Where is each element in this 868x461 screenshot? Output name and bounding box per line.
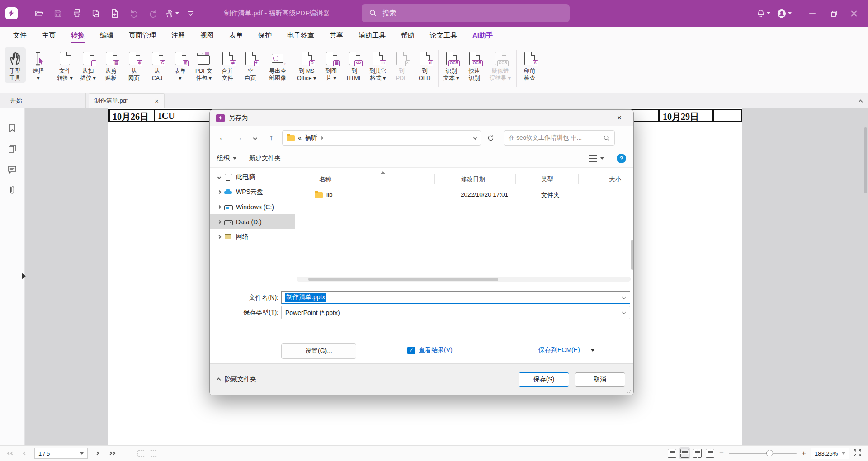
column-header-name[interactable]: 名称	[319, 175, 331, 183]
ribbon-tool[interactable]: ⇄ 合并 文件	[217, 47, 238, 83]
ribbon-tool[interactable]: – 从扫 描仪 ▾	[77, 47, 99, 83]
page-dropdown-caret[interactable]	[80, 452, 84, 455]
hand-tool-dropdown-caret[interactable]	[175, 12, 179, 14]
zoom-dropdown-caret[interactable]	[842, 452, 845, 455]
facing-continuous-view-icon[interactable]	[706, 449, 714, 458]
ribbon-tool[interactable]: </> 到 HTML	[344, 47, 365, 83]
zoom-level-box[interactable]: 183.25%	[811, 448, 849, 459]
tree-item[interactable]: 网络	[210, 229, 295, 244]
menu-item[interactable]: 视图	[193, 27, 222, 44]
ribbon-tool[interactable]: ⊕ 从 网页	[123, 47, 145, 83]
ribbon-tool[interactable]: O 到 MS Office ▾	[294, 47, 319, 83]
restore-button[interactable]	[824, 5, 843, 22]
fullscreen-button[interactable]	[853, 448, 862, 458]
dialog-titlebar[interactable]: 另存为 ×	[210, 110, 633, 126]
ribbon-tool[interactable]: 文件 转换 ▾	[54, 47, 75, 83]
tab-close-icon[interactable]: ×	[155, 98, 159, 104]
notifications-dropdown-caret[interactable]	[767, 12, 770, 14]
cancel-button[interactable]: 取消	[575, 372, 625, 387]
ribbon-tool[interactable]: OCR 识别 文本 ▾	[441, 47, 462, 83]
zoom-in-button[interactable]: +	[801, 449, 807, 458]
clipboard-frame-icon[interactable]	[150, 450, 157, 457]
menu-item[interactable]: 页面管理	[121, 27, 164, 44]
ribbon-tool[interactable]: OCR 疑似错 误结果 ▾	[487, 47, 514, 83]
undo-button[interactable]	[126, 5, 142, 22]
tree-chevron-icon[interactable]	[217, 205, 221, 208]
attachments-panel-icon[interactable]	[7, 185, 17, 195]
tab-document-active[interactable]: 制作清单.pdf ×	[89, 93, 165, 108]
tree-scrollbar-thumb[interactable]	[631, 240, 633, 270]
menu-item[interactable]: 转换	[63, 27, 92, 44]
facing-view-icon[interactable]	[693, 449, 702, 458]
minimize-button[interactable]	[803, 5, 822, 22]
ribbon-tool[interactable]: 选择 ▾	[28, 47, 49, 83]
settings-button[interactable]: 设置(G)...	[281, 343, 356, 359]
global-search-box[interactable]: 搜索	[362, 4, 570, 22]
tree-item[interactable]: 此电脑	[210, 169, 295, 184]
tree-item[interactable]: WPS云盘	[210, 184, 295, 199]
vertical-scrollbar-thumb[interactable]	[864, 127, 867, 193]
help-button[interactable]: ?	[617, 154, 626, 163]
menu-item[interactable]: 文件	[5, 27, 34, 44]
dialog-close-button[interactable]: ×	[612, 112, 627, 124]
ribbon-tool[interactable]: ⊞ 表单 ▾	[170, 47, 191, 83]
view-result-option[interactable]: ✓ 查看结果(V)	[407, 346, 453, 354]
menu-item[interactable]: 编辑	[92, 27, 121, 44]
ribbon-tool[interactable]: A 印前 检查	[519, 47, 540, 83]
ribbon-tool[interactable]: 手型 工具	[5, 47, 26, 83]
tree-item[interactable]: Data (D:)	[210, 214, 295, 229]
save-button[interactable]	[50, 5, 66, 22]
close-button[interactable]	[844, 5, 863, 22]
account-dropdown-caret[interactable]	[788, 12, 792, 14]
organize-menu[interactable]: 组织	[217, 155, 236, 163]
ribbon-tool[interactable]: × 到 PDF	[391, 47, 412, 83]
print-button[interactable]	[69, 5, 85, 22]
hide-folders-button[interactable]: 隐藏文件夹	[217, 376, 256, 384]
tab-start[interactable]: 开始	[0, 93, 86, 108]
menu-item[interactable]: 辅助工具	[351, 27, 393, 44]
panel-expand-arrow[interactable]	[22, 273, 26, 279]
nav-recent-locations-caret[interactable]	[248, 131, 262, 145]
snapshot-icon[interactable]	[137, 450, 145, 457]
customize-toolbar-button[interactable]	[183, 5, 199, 22]
breadcrumb-folder[interactable]: 福昕	[305, 134, 317, 142]
menu-item[interactable]: 电子签章	[279, 27, 322, 44]
insert-page-button[interactable]	[107, 5, 123, 22]
ribbon-tool[interactable]: ▤ 从剪 贴板	[100, 47, 122, 83]
horizontal-scrollbar-thumb[interactable]	[308, 278, 498, 281]
nav-forward-button[interactable]: →	[231, 131, 246, 145]
menu-item[interactable]: 表单	[222, 27, 250, 44]
nav-up-button[interactable]: ↑	[264, 131, 278, 145]
menu-item[interactable]: 帮助	[393, 27, 422, 44]
ribbon-tool[interactable]: d 到 OFD	[414, 47, 435, 83]
zoom-out-button[interactable]: −	[718, 449, 725, 458]
address-bar[interactable]: « 福昕	[282, 130, 481, 146]
view-options-button[interactable]	[589, 155, 604, 162]
next-page-button[interactable]	[92, 448, 102, 458]
previous-page-button[interactable]	[20, 448, 30, 458]
address-dropdown-caret[interactable]	[473, 136, 477, 140]
menu-item[interactable]: 论文工具	[422, 27, 465, 44]
ribbon-tool[interactable]: + 空 白页	[240, 47, 261, 83]
ribbon-tool[interactable]: ⋯ 到其它 格式 ▾	[367, 47, 389, 83]
menu-item[interactable]: AI助手	[465, 27, 500, 44]
page-number-box[interactable]: 1 / 5	[34, 448, 88, 459]
ribbon-tool[interactable]: ▦ 到图 片 ▾	[321, 47, 342, 83]
breadcrumb-prefix[interactable]: «	[298, 134, 302, 141]
delete-pages-button[interactable]	[88, 5, 104, 22]
collapse-ribbon-icon[interactable]	[859, 98, 864, 103]
continuous-view-icon[interactable]	[680, 449, 689, 458]
horizontal-scrollbar[interactable]	[297, 277, 631, 282]
column-header-date[interactable]: 修改日期	[461, 175, 485, 183]
tree-chevron-icon[interactable]	[217, 175, 221, 179]
tree-chevron-icon[interactable]	[217, 235, 221, 238]
account-avatar[interactable]	[774, 5, 793, 22]
menu-item[interactable]: 共享	[322, 27, 351, 44]
file-row-lib[interactable]: lib 2022/10/20 17:01 文件夹	[295, 188, 631, 202]
open-file-button[interactable]	[31, 5, 47, 22]
redo-button[interactable]	[145, 5, 161, 22]
tree-chevron-icon[interactable]	[217, 220, 221, 223]
ribbon-tool[interactable]: C 从 CAJ	[146, 47, 168, 83]
ribbon-tool[interactable]: 导出全 部图像	[267, 47, 289, 83]
hand-tool-button[interactable]	[164, 5, 180, 22]
